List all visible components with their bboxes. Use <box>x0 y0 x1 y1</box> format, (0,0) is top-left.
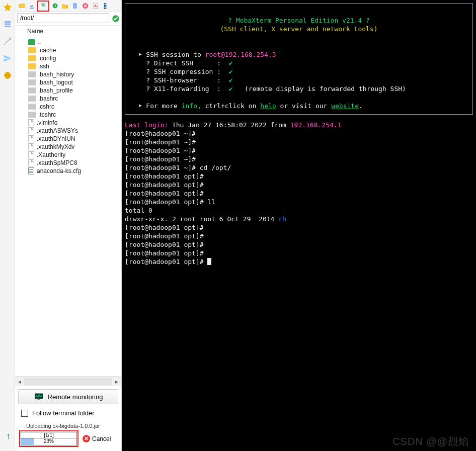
cancel-label: Cancel <box>92 435 111 442</box>
list-item[interactable]: .bash_history <box>17 70 119 78</box>
refresh-icon[interactable] <box>17 2 26 11</box>
upload-icon[interactable] <box>39 2 48 11</box>
follow-terminal-row[interactable]: Follow terminal folder <box>15 407 121 422</box>
list-item[interactable]: .xauthASWSYs <box>17 127 119 135</box>
horizontal-scrollbar[interactable]: ◂ ▸ <box>15 376 121 386</box>
delete-icon[interactable] <box>81 2 90 11</box>
item-label: .xauthASWSYs <box>37 127 78 134</box>
svg-rect-6 <box>73 3 77 9</box>
file-list-header[interactable]: ▾ Name <box>15 26 121 37</box>
collapse-icon[interactable]: ▾ <box>38 28 41 35</box>
follow-checkbox[interactable] <box>21 410 28 417</box>
folder-icon <box>28 47 36 53</box>
sftp-tab-icon[interactable] <box>2 70 13 81</box>
text-icon[interactable]: A <box>91 2 100 11</box>
settings-icon[interactable] <box>101 2 110 11</box>
item-label: .bash_profile <box>38 87 73 94</box>
tools-tab-icon[interactable] <box>2 36 13 47</box>
item-label: .ssh <box>38 63 49 70</box>
upload-progress: [1/1] 23% <box>21 432 77 445</box>
progress-percent: 23% <box>21 438 76 444</box>
remote-monitoring-label: Remote monitoring <box>48 393 103 401</box>
item-label: .bash_logout <box>38 79 73 86</box>
item-label: .bashrc <box>38 95 58 102</box>
list-item[interactable]: .xauthDYnIUN <box>17 135 119 143</box>
file-icon <box>28 119 34 126</box>
list-item[interactable]: .ssh <box>17 62 119 70</box>
item-label: .xauthkMyXdv <box>37 143 74 150</box>
new-folder-icon[interactable]: + <box>60 2 69 11</box>
motd-banner: ? MobaXterm Personal Edition v21.4 ? (SS… <box>125 3 473 115</box>
list-item[interactable]: .bashrc <box>17 95 119 103</box>
file-icon <box>28 135 34 142</box>
scroll-left-icon[interactable]: ◂ <box>15 377 24 386</box>
list-item[interactable]: .xauthSpMPC8 <box>17 159 119 167</box>
upload-count: [1/1] <box>21 432 76 438</box>
svg-rect-15 <box>37 399 40 400</box>
sftp-sidebar: + A ▾ Name ...cache.config.ssh.bash_hist… <box>15 0 122 451</box>
macro-tab-icon[interactable] <box>2 53 13 64</box>
cancel-button[interactable]: ✕ Cancel <box>83 435 111 442</box>
item-label: .config <box>38 55 56 62</box>
item-label: .xauthDYnIUN <box>37 135 75 142</box>
file-icon <box>28 159 34 166</box>
download-icon[interactable] <box>27 2 36 11</box>
folder-icon <box>28 55 36 61</box>
item-label: .cshrc <box>38 103 54 110</box>
list-item[interactable]: .tcshrc <box>17 111 119 119</box>
list-item[interactable]: .. <box>17 38 119 46</box>
folder-icon <box>28 63 36 69</box>
item-label: .Xauthority <box>37 151 65 158</box>
upload-arrow-icon: ↑ <box>6 431 11 441</box>
svg-rect-3 <box>41 4 45 4</box>
remote-monitoring-button[interactable]: Remote monitoring <box>18 389 118 404</box>
file-tree[interactable]: ...cache.config.ssh.bash_history.bash_lo… <box>15 37 121 376</box>
scroll-right-icon[interactable]: ▸ <box>112 377 121 386</box>
folder-icon <box>28 79 36 85</box>
upload-filename: Uploading cx-bigdata-1.0.0.jar <box>26 423 117 429</box>
path-bar <box>15 12 121 26</box>
watermark: CSDN @@烈焰 <box>392 437 469 446</box>
more-mid: , ctrl+click on <box>197 102 260 110</box>
item-label: .tcshrc <box>38 111 56 118</box>
item-label: .xauthSpMPC8 <box>37 159 77 166</box>
help-link[interactable]: help <box>260 102 276 110</box>
svg-point-11 <box>105 4 106 5</box>
path-input[interactable] <box>17 13 109 23</box>
list-item[interactable]: .xauthkMyXdv <box>17 143 119 151</box>
vertical-tab-rail <box>0 0 15 451</box>
list-item[interactable]: .cache <box>17 46 119 54</box>
parent-dir-icon <box>28 39 35 45</box>
list-item[interactable]: .bash_profile <box>17 86 119 95</box>
favorites-tab-icon[interactable] <box>2 2 13 13</box>
terminal-panel[interactable]: ? MobaXterm Personal Edition v21.4 ? (SS… <box>122 0 476 451</box>
item-label: .cache <box>38 47 56 54</box>
svg-text:+: + <box>66 5 69 9</box>
list-item[interactable]: .viminfo <box>17 119 119 127</box>
progress-highlight: [1/1] 23% <box>19 430 78 447</box>
website-link[interactable]: website <box>331 102 359 110</box>
info-link[interactable]: info <box>182 102 197 110</box>
more-mid2: or visit our <box>276 102 332 110</box>
config-file-icon <box>28 167 34 174</box>
monitor-icon <box>34 393 44 401</box>
item-label: anaconda-ks.cfg <box>37 167 81 174</box>
sessions-tab-icon[interactable] <box>2 19 13 30</box>
reload-icon[interactable] <box>50 2 59 11</box>
scroll-track[interactable] <box>24 378 112 385</box>
item-label: .. <box>38 39 41 46</box>
new-file-icon[interactable] <box>70 2 80 11</box>
status-ok-icon <box>111 14 119 22</box>
ssh-target: root@192.168.254.3 <box>205 51 276 58</box>
item-label: .viminfo <box>37 119 57 126</box>
list-item[interactable]: .config <box>17 54 119 62</box>
folder-icon <box>28 71 36 77</box>
ssh-prefix: SSH session to <box>146 51 205 58</box>
list-item[interactable]: .bash_logout <box>17 78 119 86</box>
svg-point-12 <box>105 7 106 8</box>
list-item[interactable]: .Xauthority <box>17 151 119 159</box>
file-icon <box>28 151 34 158</box>
list-item[interactable]: anaconda-ks.cfg <box>17 167 119 175</box>
sftp-toolbar: + A <box>15 0 121 12</box>
list-item[interactable]: .cshrc <box>17 103 119 111</box>
